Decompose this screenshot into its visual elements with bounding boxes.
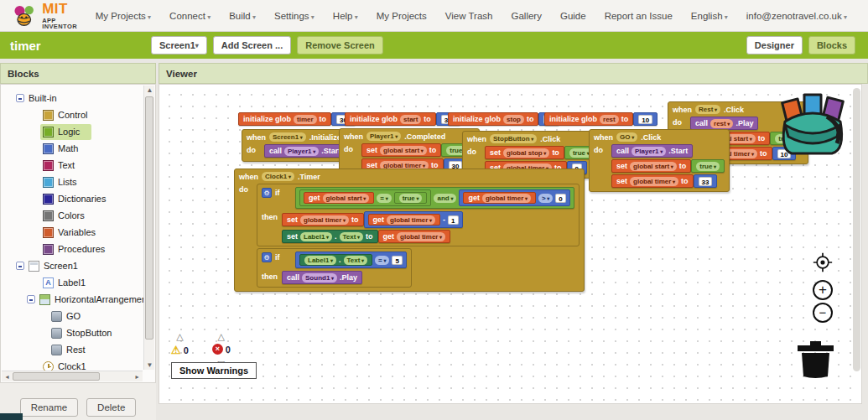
set-statement[interactable]: set global timer to 33: [611, 174, 717, 188]
property-getter-block[interactable]: Label1 . Text: [299, 254, 372, 266]
variable-dropdown[interactable]: global start: [380, 146, 427, 155]
collapse-icon[interactable]: [27, 295, 35, 303]
zoom-in-button[interactable]: [813, 280, 833, 300]
set-statement[interactable]: set global start to true: [361, 143, 475, 157]
component-dropdown[interactable]: Sound1: [302, 273, 337, 283]
designer-toggle-button[interactable]: Designer: [746, 36, 803, 54]
compare-block[interactable]: get global timer > 0: [459, 189, 569, 206]
menu-build[interactable]: Build: [229, 11, 256, 21]
block-when-go-click[interactable]: when GO .Click do call Player1 .Start se…: [589, 129, 730, 192]
show-warnings-button[interactable]: Show Warnings: [171, 362, 257, 379]
tree-rest[interactable]: Rest: [1, 341, 155, 358]
variable-name-field[interactable]: start: [400, 115, 421, 124]
variable-dropdown[interactable]: global start: [323, 194, 370, 203]
scroll-down-icon[interactable]: ▼: [146, 361, 153, 369]
variable-name-field[interactable]: timer: [294, 115, 317, 124]
block-init-global-stop[interactable]: initialize glob stop to 0: [448, 112, 559, 126]
sidebar-item-colors[interactable]: Colors: [1, 207, 155, 224]
operator-dropdown[interactable]: >: [538, 194, 553, 203]
logic-true-block[interactable]: true: [691, 159, 725, 173]
logic-true-block[interactable]: true: [394, 192, 428, 204]
component-dropdown[interactable]: GO: [616, 132, 637, 142]
menu-my-projects[interactable]: My Projects: [96, 11, 151, 21]
if-block[interactable]: if get global start = true: [257, 184, 580, 246]
sidebar-item-procedures[interactable]: Procedures: [1, 241, 155, 257]
set-statement[interactable]: set global timer to get global timer: [282, 211, 463, 228]
backpack-icon[interactable]: [777, 86, 849, 158]
tree-horizontal-arrangement[interactable]: HorizontalArrangement: [1, 291, 155, 308]
get-block[interactable]: get global timer: [368, 214, 441, 226]
tree-go[interactable]: GO: [1, 308, 155, 324]
scroll-right-icon[interactable]: ▸: [133, 373, 141, 381]
sidebar-item-control[interactable]: Control: [1, 106, 155, 123]
component-dropdown[interactable]: StopButton: [490, 134, 537, 143]
remove-screen-button[interactable]: Remove Screen: [297, 36, 383, 54]
zoom-out-button[interactable]: [813, 303, 833, 323]
and-operator-dropdown[interactable]: and: [434, 194, 456, 203]
component-dropdown[interactable]: Label1: [300, 232, 332, 241]
sidebar-item-variables[interactable]: Variables: [1, 224, 155, 241]
canvas-vertical-scrollbar[interactable]: [853, 88, 860, 371]
get-block[interactable]: get global start: [304, 192, 374, 204]
set-statement[interactable]: set global stop to true: [485, 146, 598, 159]
collapse-up-icon[interactable]: [218, 328, 225, 343]
center-blocks-icon[interactable]: [813, 252, 833, 272]
component-dropdown[interactable]: Screen1: [269, 132, 306, 142]
compare-block[interactable]: Label1 . Text = 5: [295, 251, 407, 268]
scrollbar-thumb[interactable]: [13, 372, 100, 381]
property-dropdown[interactable]: Text: [344, 256, 368, 265]
variable-name-field[interactable]: stop: [503, 115, 524, 124]
language-selector[interactable]: English: [691, 11, 728, 21]
block-init-global-start[interactable]: initialize glob start to 30: [345, 112, 460, 126]
collapse-icon[interactable]: [16, 262, 24, 270]
variable-dropdown[interactable]: global start: [630, 162, 677, 171]
call-block[interactable]: call Player1 .Start: [611, 144, 693, 158]
number-block[interactable]: 10: [633, 112, 657, 126]
trash-can-icon[interactable]: [796, 341, 835, 379]
component-dropdown[interactable]: Player1: [366, 132, 401, 141]
and-block[interactable]: get global start = true and get: [295, 187, 574, 209]
call-block[interactable]: call rest .Play: [690, 117, 758, 130]
call-block[interactable]: call Sound1 .Play: [282, 271, 362, 284]
initialize-block[interactable]: initialize glob timer to: [238, 112, 331, 126]
if-block[interactable]: if Label1 . Text = 5: [257, 248, 412, 288]
sidebar-item-logic[interactable]: Logic: [1, 123, 155, 140]
sidebar-item-text[interactable]: Text: [1, 157, 155, 174]
link-view-trash[interactable]: View Trash: [445, 11, 493, 21]
variable-dropdown[interactable]: global timer: [387, 215, 435, 225]
menu-connect[interactable]: Connect: [169, 11, 211, 21]
tree-screen1[interactable]: Screen1: [1, 257, 155, 274]
equals-block[interactable]: get global start = true: [299, 189, 431, 206]
block-when-screen1-initialize[interactable]: when Screen1 .Initialize do call Player1…: [242, 129, 351, 162]
tree-builtin[interactable]: Built-in: [1, 90, 155, 106]
link-my-projects[interactable]: My Projects: [377, 11, 427, 21]
set-statement[interactable]: set global start to true: [611, 159, 725, 173]
sidebar-item-dictionaries[interactable]: Dictionaries: [1, 190, 155, 207]
operator-dropdown[interactable]: =: [377, 194, 391, 203]
component-dropdown[interactable]: Player1: [632, 147, 666, 156]
block-init-global-timer[interactable]: initialize glob timer to 30: [238, 112, 356, 126]
mutator-gear-icon[interactable]: [262, 252, 272, 262]
app-inventor-logo[interactable]: MIT APP INVENTOR: [12, 2, 86, 30]
menu-settings[interactable]: Settings: [274, 11, 314, 21]
link-guide[interactable]: Guide: [560, 11, 586, 21]
get-block[interactable]: get global timer: [463, 192, 536, 204]
component-dropdown[interactable]: Rest: [695, 105, 720, 114]
component-dropdown[interactable]: rest: [710, 119, 733, 128]
link-report-issue[interactable]: Report an Issue: [605, 11, 673, 21]
property-dropdown[interactable]: Text: [340, 232, 364, 241]
variable-dropdown[interactable]: global timer: [397, 232, 445, 241]
initialize-block[interactable]: initialize glob stop to: [448, 112, 538, 126]
variable-dropdown[interactable]: global timer: [300, 215, 349, 225]
scrollbar-thumb[interactable]: [145, 96, 153, 340]
scroll-left-icon[interactable]: ◂: [3, 373, 11, 381]
add-screen-button[interactable]: Add Screen ...: [213, 36, 291, 54]
variable-dropdown[interactable]: global timer: [482, 194, 531, 203]
subtract-block[interactable]: get global timer - 1: [364, 211, 463, 228]
block-when-clock1-timer[interactable]: when Clock1 .Timer do if: [234, 169, 585, 292]
component-dropdown[interactable]: Clock1: [262, 172, 294, 181]
tree-horizontal-scrollbar[interactable]: ◂ ▸: [2, 371, 143, 381]
block-init-global-rest[interactable]: initialize glob rest to 10: [544, 112, 657, 126]
link-gallery[interactable]: Gallery: [512, 11, 542, 21]
collapse-up-icon[interactable]: [176, 328, 183, 343]
